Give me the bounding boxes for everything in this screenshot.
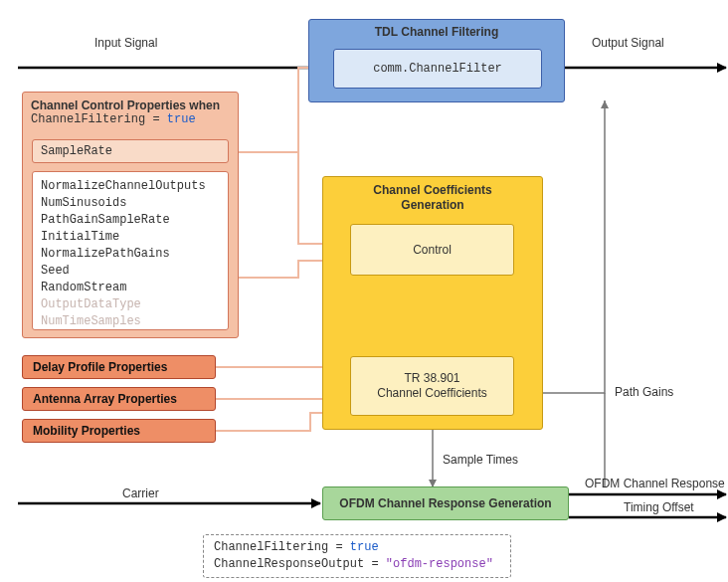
prop-pathgain-samplerate: PathGainSampleRate xyxy=(41,212,220,229)
label-input-signal: Input Signal xyxy=(94,36,157,50)
ctrl-title: Channel Control Properties when xyxy=(31,98,230,112)
prop-initial-time: InitialTime xyxy=(41,229,220,246)
ccg-tr-block: TR 38.901 Channel Coefficients xyxy=(350,356,514,416)
tdl-title: TDL Channel Filtering xyxy=(309,20,564,39)
prop-normalize-pathgains: NormalizePathGains xyxy=(41,246,220,263)
ccg-control-block: Control xyxy=(350,224,514,276)
mobility-bar: Mobility Properties xyxy=(22,419,216,443)
property-list-box: NormalizeChannelOutputs NumSinusoids Pat… xyxy=(32,171,229,330)
ctrl-subtitle: ChannelFiltering = true xyxy=(31,112,230,126)
prop-seed: Seed xyxy=(41,263,220,280)
prop-random-stream: RandomStream xyxy=(41,280,220,296)
ccg-control-text: Control xyxy=(413,243,452,257)
label-carrier: Carrier xyxy=(122,486,159,500)
prop-num-sinusoids: NumSinusoids xyxy=(41,195,220,212)
label-path-gains: Path Gains xyxy=(615,385,673,399)
diagram-canvas: Input Signal Output Signal TDL Channel F… xyxy=(0,0,728,582)
samplerate-box: SampleRate xyxy=(32,139,229,163)
label-timing-offset: Timing Offset xyxy=(624,500,694,514)
tdl-inner-block: comm.ChannelFilter xyxy=(333,49,542,89)
ofdm-generation-block: OFDM Channel Response Generation xyxy=(322,486,569,520)
footer-line-2: ChannelResponseOutput = "ofdm-response" xyxy=(214,556,500,573)
prop-output-datatype: OutputDataType xyxy=(41,296,220,313)
label-sample-times: Sample Times xyxy=(443,453,518,467)
ccg-tr-text: TR 38.901 Channel Coefficients xyxy=(377,371,487,401)
footer-code-box: ChannelFiltering = true ChannelResponseO… xyxy=(203,534,511,578)
arrow-pathgains-to-tdl xyxy=(543,100,605,393)
ccg-title: Channel Coefficients Generation xyxy=(323,177,542,213)
footer-line-1: ChannelFiltering = true xyxy=(214,539,500,556)
prop-num-timesamples: NumTimeSamples xyxy=(41,313,220,330)
tdl-inner-text: comm.ChannelFilter xyxy=(373,62,502,76)
delay-profile-bar: Delay Profile Properties xyxy=(22,355,216,379)
label-ofdm-response: OFDM Channel Response xyxy=(585,477,725,490)
prop-normalize-outputs: NormalizeChannelOutputs xyxy=(41,178,220,195)
label-output-signal: Output Signal xyxy=(592,36,664,50)
antenna-array-bar: Antenna Array Properties xyxy=(22,387,216,411)
